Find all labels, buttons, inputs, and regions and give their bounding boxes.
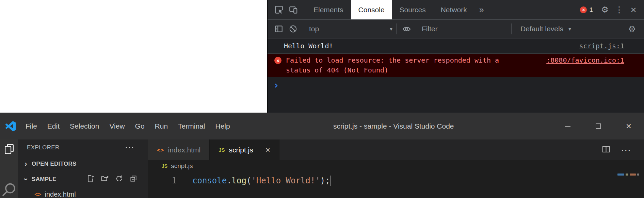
menu-view[interactable]: View [104,122,130,130]
log-text: Hello World! [284,42,333,50]
minimap-segment [626,174,628,176]
tab-network[interactable]: Network [433,0,474,19]
devtools-tab-bar: Elements Console Sources Network » [306,0,489,19]
tab-sources[interactable]: Sources [392,0,433,19]
explorer-header: EXPLORER ⋯ [18,139,148,156]
editor-tab-bar: <> index.html JS script.js × [148,139,644,160]
code-token: ; [325,176,330,185]
menu-go[interactable]: Go [130,122,150,130]
log-source-link[interactable]: script.js:1 [573,42,624,50]
inspect-element-icon[interactable] [272,3,286,17]
code-token: ( [246,176,251,185]
menu-help[interactable]: Help [210,122,235,130]
open-editors-section[interactable]: › OPEN EDITORS [18,156,148,172]
error-badge-count: 1 [589,6,593,14]
console-sidebar-icon[interactable] [272,22,286,36]
line-number: 1 [148,176,177,185]
refresh-icon[interactable] [115,175,123,184]
devtools-close-icon[interactable]: × [626,3,641,17]
chevron-down-icon: ▼ [389,26,393,32]
log-level-dropdown[interactable]: Default levels ▼ [520,25,572,33]
tab-script-js[interactable]: JS script.js × [210,139,279,160]
clear-console-icon[interactable] [286,22,300,36]
chevron-down-icon: › [21,176,30,183]
code-token: log [232,176,246,185]
minimap-segment [617,174,624,176]
log-level-value: Default levels [520,25,563,33]
file-item-index-html[interactable]: <> index.html [18,187,148,198]
console-toolbar: top ▼ Default levels ▼ ⚙ [268,20,644,38]
folder-section-sample[interactable]: › SAMPLE [18,172,148,187]
tab-elements[interactable]: Elements [306,0,351,19]
minimize-button[interactable] [552,113,583,139]
breadcrumb-file: script.js [171,162,193,170]
console-prompt[interactable]: › [268,77,644,90]
activity-bar [0,139,18,198]
console-error-message: × Failed to load resource: the server re… [268,54,644,77]
code-token: . [227,176,231,185]
console-settings-icon[interactable]: ⚙ [625,22,639,36]
code-token: 'Hello World!' [251,176,320,185]
devtools-settings-icon[interactable]: ⚙ [598,3,612,17]
more-tabs-button[interactable]: » [474,0,489,19]
minimap-segment [630,174,636,176]
explorer-title: EXPLORER [27,144,60,151]
split-editor-icon[interactable] [601,145,611,155]
open-editors-label: OPEN EDITORS [32,161,77,167]
file-item-label: index.html [45,191,76,198]
text-cursor [331,176,332,186]
vscode-logo-icon [5,121,16,131]
error-source-link[interactable]: :8080/favicon.ico:1 [540,55,624,65]
menu-edit[interactable]: Edit [42,122,65,130]
context-selector-value: top [309,25,319,33]
maximize-button[interactable] [583,113,613,139]
vscode-titlebar: File Edit Selection View Go Run Terminal… [0,113,644,139]
toolbar-divider [303,4,303,15]
minimap-segment [637,174,639,176]
explorer-activity-icon[interactable] [0,143,18,155]
vscode-window: File Edit Selection View Go Run Terminal… [0,113,644,198]
browser-window: Elements Console Sources Network » × 1 ⚙… [0,0,644,113]
error-icon: × [274,57,281,64]
chevron-down-icon: ▼ [567,26,572,32]
toolbar-divider [396,23,397,34]
device-toolbar-icon[interactable] [286,3,300,17]
tab-index-html[interactable]: <> index.html [148,139,210,160]
close-button[interactable]: × [613,113,644,139]
folder-actions [87,175,148,184]
tab-console[interactable]: Console [351,0,392,19]
tab-close-icon[interactable]: × [265,146,270,154]
devtools-main-toolbar: Elements Console Sources Network » × 1 ⚙… [268,0,644,20]
code-editor[interactable]: 1 console.log('Hello World!'); [148,172,644,198]
vscode-body: EXPLORER ⋯ › OPEN EDITORS › SAMPLE [0,139,644,198]
console-log-message: Hello World! script.js:1 [268,38,644,54]
error-text: Failed to load resource: the server resp… [286,55,499,75]
browser-page-content [0,0,267,113]
folder-name-label: SAMPLE [32,176,57,183]
tab-label: index.html [168,146,200,154]
menu-selection[interactable]: Selection [65,122,104,130]
chevron-right-icon: › [22,160,30,168]
window-controls: × [552,113,644,139]
new-file-icon[interactable] [87,175,94,184]
breadcrumb[interactable]: JS script.js [148,160,644,172]
new-folder-icon[interactable] [101,175,109,184]
console-filter-input[interactable] [422,25,509,33]
context-selector-dropdown[interactable]: top ▼ [309,25,393,33]
menu-run[interactable]: Run [150,122,173,130]
js-file-icon: JS [162,163,167,169]
search-activity-icon[interactable] [0,182,17,198]
window-title: script.js - sample - Visual Studio Code [235,122,552,130]
devtools-menu-icon[interactable]: ⋮ [612,3,626,17]
html-file-icon: <> [34,191,41,198]
menu-terminal[interactable]: Terminal [173,122,210,130]
code-token: ) [320,176,325,185]
live-expression-eye-icon[interactable] [399,22,414,36]
menu-file[interactable]: File [20,122,42,130]
js-file-icon: JS [219,147,225,153]
error-count-badge[interactable]: × 1 [580,6,593,14]
collapse-all-icon[interactable] [130,175,137,184]
editor-group: <> index.html JS script.js × [148,139,644,198]
minimap[interactable] [617,174,639,176]
code-line-content: console.log('Hello World!'); [192,176,330,185]
